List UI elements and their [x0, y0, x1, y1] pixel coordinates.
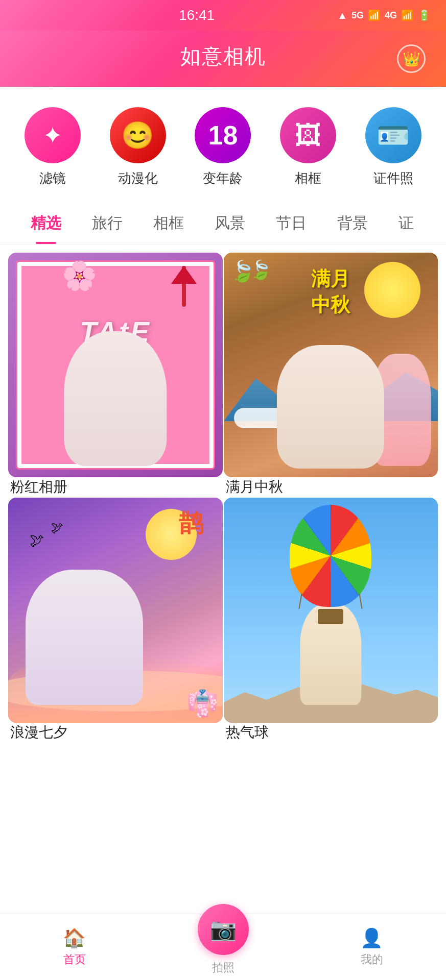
signal-bars: 📶 [368, 9, 381, 21]
wifi-icon: ▲ [337, 10, 347, 21]
balloon-image [224, 498, 438, 722]
moon-autumn-bg: 满月 中秋 🍃 � [224, 253, 438, 477]
bottom-spacer [0, 742, 446, 824]
quick-item-anime[interactable]: 😊 动漫化 [110, 107, 166, 187]
tab-featured[interactable]: 精选 [15, 203, 77, 244]
filter-icon: ✦ [42, 121, 63, 150]
id-icon-circle: 🪪 [365, 107, 421, 163]
home-label: 首页 [63, 952, 86, 967]
signal-4g: 4G [385, 10, 397, 21]
romance-image: 鹊 👘 🕊 🕊 [8, 498, 223, 722]
signal-5g: 5G [351, 10, 364, 21]
tab-bg[interactable]: 背景 [322, 203, 383, 244]
nav-profile[interactable]: 👤 我的 [297, 927, 446, 967]
frame-label: 相框 [295, 169, 321, 187]
status-icons: ▲ 5G 📶 4G 📶 🔋 [337, 9, 431, 21]
signal-bars2: 📶 [401, 9, 414, 21]
crown-button[interactable]: 👑 [397, 44, 426, 73]
tab-scenery[interactable]: 风景 [199, 203, 261, 244]
app-title: 如意相机 [180, 42, 266, 70]
grid-item-romance[interactable]: 鹊 👘 🕊 🕊 浪漫七夕 [8, 498, 223, 742]
age-label: 变年龄 [203, 169, 243, 187]
quick-menu: ✦ 滤镜 😊 动漫化 18 变年龄 🖼 相框 🪪 证件照 [0, 87, 446, 198]
frame-icon: 🖼 [295, 120, 321, 151]
nav-home[interactable]: 🏠 首页 [0, 927, 149, 967]
tab-frame[interactable]: 相框 [138, 203, 199, 244]
romance-bg: 鹊 👘 🕊 🕊 [8, 498, 223, 722]
quick-item-filter[interactable]: ✦ 滤镜 [25, 107, 81, 187]
pink-album-image: 🌸 TAtE [8, 253, 223, 477]
camera-button[interactable]: 📷 [198, 904, 249, 955]
category-tabs: 精选 旅行 相框 风景 节日 背景 证 [0, 198, 446, 244]
age-icon-circle: 18 [195, 107, 251, 163]
anime-icon: 😊 [121, 120, 154, 151]
status-time: 16:41 [56, 7, 337, 23]
grid-item-pink-album[interactable]: 🌸 TAtE 粉红相册 [8, 253, 223, 497]
header: 如意相机 👑 [0, 31, 446, 87]
nav-camera[interactable]: 📷 拍照 [149, 919, 297, 975]
grid-item-moon-autumn[interactable]: 满月 中秋 🍃 � [224, 253, 438, 497]
tab-holiday[interactable]: 节日 [261, 203, 322, 244]
pink-album-bg: 🌸 TAtE [8, 253, 223, 477]
photo-grid: 🌸 TAtE 粉红相册 [0, 244, 446, 742]
anime-icon-circle: 😊 [110, 107, 166, 163]
filter-icon-circle: ✦ [25, 107, 81, 163]
battery-icon: 🔋 [418, 9, 431, 21]
anime-label: 动漫化 [118, 169, 158, 187]
status-bar: 16:41 ▲ 5G 📶 4G 📶 🔋 [0, 0, 446, 31]
age-badge: 18 [208, 120, 238, 151]
bottom-nav: 🏠 首页 📷 拍照 👤 我的 [0, 914, 446, 980]
profile-label: 我的 [361, 952, 383, 967]
quick-item-frame[interactable]: 🖼 相框 [280, 107, 336, 187]
tab-travel[interactable]: 旅行 [77, 203, 138, 244]
home-icon: 🏠 [63, 927, 86, 949]
quick-item-id-photo[interactable]: 🪪 证件照 [365, 107, 421, 187]
filter-label: 滤镜 [39, 169, 66, 187]
camera-icon: 📷 [210, 917, 237, 942]
id-photo-icon: 🪪 [377, 120, 410, 151]
content: ✦ 滤镜 😊 动漫化 18 变年龄 🖼 相框 🪪 证件照 [0, 87, 446, 954]
moon-autumn-image: 满月 中秋 🍃 � [224, 253, 438, 477]
camera-label: 拍照 [212, 960, 234, 975]
id-photo-label: 证件照 [373, 169, 413, 187]
grid-item-balloon[interactable]: 热气球 [224, 498, 438, 742]
quick-item-age[interactable]: 18 变年龄 [195, 107, 251, 187]
frame-icon-circle: 🖼 [280, 107, 336, 163]
tab-cert[interactable]: 证 [383, 203, 429, 244]
balloon-bg [224, 498, 438, 722]
crown-icon: 👑 [403, 51, 420, 67]
profile-icon: 👤 [360, 927, 383, 949]
